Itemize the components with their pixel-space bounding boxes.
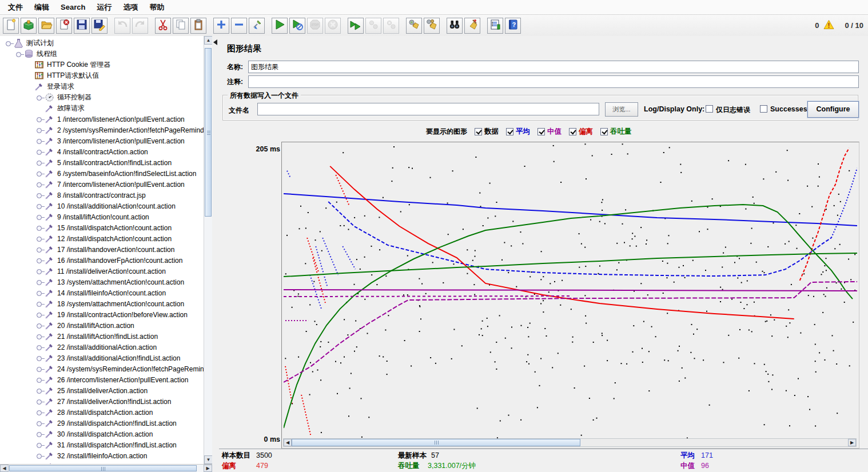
tree-item[interactable]: 2 /system/sysReminderAction!fetchPageRem…	[0, 125, 204, 135]
tree-expand-handle-icon[interactable]	[35, 419, 45, 428]
tree-expand-handle-icon[interactable]	[35, 354, 45, 363]
search-button[interactable]	[447, 18, 463, 34]
tree-vscroll-thumb[interactable]	[205, 48, 212, 217]
tree-expand-handle-icon[interactable]	[35, 408, 45, 417]
tree-expand-handle-icon[interactable]	[15, 50, 24, 59]
tree-horizontal-scrollbar[interactable]: ◀ ▶	[0, 464, 212, 472]
tree-item[interactable]: 7 /intercom/listenerAction!pullEvent.act…	[0, 179, 204, 190]
tree-expand-handle-icon[interactable]	[35, 245, 45, 254]
name-input[interactable]	[248, 61, 859, 73]
tree-expand-handle-icon[interactable]	[35, 115, 45, 124]
successes-checkbox[interactable]	[760, 105, 767, 113]
tree-item[interactable]: 8 /install/contract/contract.jsp	[0, 190, 204, 201]
tree-item[interactable]: 16 /install/handoverFpAction!count.actio…	[0, 255, 204, 266]
tree-item[interactable]: 24 /system/sysReminderAction!fetchPageRe…	[0, 363, 204, 374]
tree-expand-handle-icon[interactable]	[35, 441, 45, 450]
menu-item-0[interactable]: 文件	[2, 0, 29, 15]
tree-item[interactable]: 4 /install/contractAction.action	[0, 146, 204, 157]
comment-input[interactable]	[248, 75, 859, 88]
menu-item-2[interactable]: Search	[55, 0, 91, 15]
graph-option-checkbox[interactable]	[600, 128, 608, 135]
add-button[interactable]	[213, 18, 229, 34]
tree-expand-handle-icon[interactable]	[35, 158, 45, 167]
graph-horizontal-scrollbar[interactable]: ◀ ▶	[283, 438, 857, 447]
toggle-button[interactable]	[249, 18, 265, 34]
graph-option-checkbox[interactable]	[475, 128, 482, 135]
clear-button[interactable]	[406, 18, 422, 34]
tree-item[interactable]: HTTP请求默认值	[0, 70, 204, 81]
collapse-arrow-icon[interactable]	[213, 39, 217, 45]
tree-item[interactable]: 18 /system/attachmentAction!count.action	[0, 298, 204, 309]
split-divider[interactable]	[212, 36, 219, 472]
tree-item[interactable]: 27 /install/deliverAction!findList.actio…	[0, 396, 204, 407]
close-file-button[interactable]	[56, 18, 72, 34]
tree-item[interactable]: 10 /install/additionalAction!count.actio…	[0, 201, 204, 211]
tree-expand-handle-icon[interactable]	[35, 202, 45, 211]
start-button[interactable]	[272, 18, 288, 34]
scroll-right-icon[interactable]: ▶	[848, 439, 856, 446]
tree-item[interactable]: 21 /install/liftAction!findList.action	[0, 331, 204, 342]
tree-item[interactable]: 1 /intercom/listenerAction!pullEvent.act…	[0, 114, 204, 125]
tree-expand-handle-icon[interactable]	[35, 223, 45, 233]
tree-expand-handle-icon[interactable]	[35, 386, 45, 395]
tree-item[interactable]: 17 /install/handoverAction!count.action	[0, 244, 204, 255]
tree-item[interactable]: 循环控制器	[0, 92, 204, 103]
tree-vertical-scrollbar[interactable]: ▲ ▼	[204, 36, 212, 464]
tree-item[interactable]: 6 /system/baseinfoAction!findSelectList.…	[0, 168, 204, 179]
tree-item[interactable]: 11 /install/deliverAction!count.action	[0, 266, 204, 277]
tree-item[interactable]: 线程组	[0, 49, 204, 59]
menu-item-5[interactable]: 帮助	[144, 0, 170, 15]
tree-expand-handle-icon[interactable]	[5, 39, 14, 48]
tree-expand-handle-icon[interactable]	[35, 343, 45, 352]
cut-button[interactable]	[155, 18, 171, 34]
tree-expand-handle-icon[interactable]	[35, 397, 45, 406]
tree-item[interactable]: 故障请求	[0, 103, 204, 114]
tree-item[interactable]: 31 /install/dispatchAction!findList.acti…	[0, 439, 204, 450]
tree-item[interactable]: 14 /install/fileinfoAction!count.action	[0, 287, 204, 298]
tree-item[interactable]: 26 /intercom/listenerAction!pullEvent.ac…	[0, 374, 204, 385]
tree-expand-handle-icon[interactable]	[35, 365, 45, 374]
tree-expand-handle-icon[interactable]	[35, 310, 45, 319]
tree-expand-handle-icon[interactable]	[35, 180, 45, 189]
save-button[interactable]	[74, 18, 90, 34]
remote-start-all-button[interactable]	[348, 18, 364, 34]
scroll-left-icon[interactable]: ◀	[284, 439, 292, 446]
tree-item[interactable]: 13 /system/attachmentAction!count.action	[0, 277, 204, 287]
tree-hscroll-thumb[interactable]	[9, 465, 197, 471]
tree-item[interactable]: 22 /install/additionalAction.action	[0, 342, 204, 353]
tree-item[interactable]: 28 /install/dispatchAction.action	[0, 407, 204, 418]
scroll-down-icon[interactable]: ▼	[204, 455, 212, 464]
search-reset-button[interactable]	[464, 18, 480, 34]
clear-all-button[interactable]	[424, 18, 440, 34]
tree-expand-handle-icon[interactable]	[35, 169, 45, 178]
function-helper-button[interactable]	[487, 18, 503, 34]
scroll-up-icon[interactable]: ▲	[204, 36, 212, 45]
scroll-right-icon[interactable]: ▶	[204, 465, 212, 472]
tree-expand-handle-icon[interactable]	[35, 289, 45, 298]
new-from-template-button[interactable]	[21, 18, 37, 34]
tree-expand-handle-icon[interactable]	[35, 93, 45, 102]
tree-item[interactable]: 9 /install/liftAction!count.action	[0, 211, 204, 222]
tree-expand-handle-icon[interactable]	[35, 430, 45, 439]
graph-option-checkbox[interactable]	[537, 128, 545, 135]
tree-item[interactable]: 19 /install/contractAction!beforeView.ac…	[0, 309, 204, 320]
tree-expand-handle-icon[interactable]	[35, 451, 45, 461]
tree-item[interactable]: 3 /intercom/listenerAction!pullEvent.act…	[0, 135, 204, 146]
tree-expand-handle-icon[interactable]	[35, 126, 45, 135]
copy-button[interactable]	[173, 18, 189, 34]
tree-item[interactable]: 20 /install/liftAction.action	[0, 320, 204, 331]
tree-expand-handle-icon[interactable]	[35, 213, 45, 222]
save-as-button[interactable]	[91, 18, 107, 34]
open-folder-button[interactable]	[38, 18, 54, 34]
tree-expand-handle-icon[interactable]	[35, 256, 45, 265]
tree-expand-handle-icon[interactable]	[35, 321, 45, 330]
remove-button[interactable]	[231, 18, 247, 34]
tree-item[interactable]: 12 /install/dispatchAction!count.action	[0, 233, 204, 244]
new-file-button[interactable]	[3, 18, 19, 34]
filename-input[interactable]	[257, 103, 599, 115]
help-button[interactable]: ?	[505, 18, 521, 34]
configure-button[interactable]: Configure	[807, 101, 859, 118]
paste-button[interactable]	[190, 18, 206, 34]
tree-item[interactable]: 25 /install/deliverAction.action	[0, 385, 204, 396]
tree-item[interactable]: 测试计划	[0, 38, 204, 49]
